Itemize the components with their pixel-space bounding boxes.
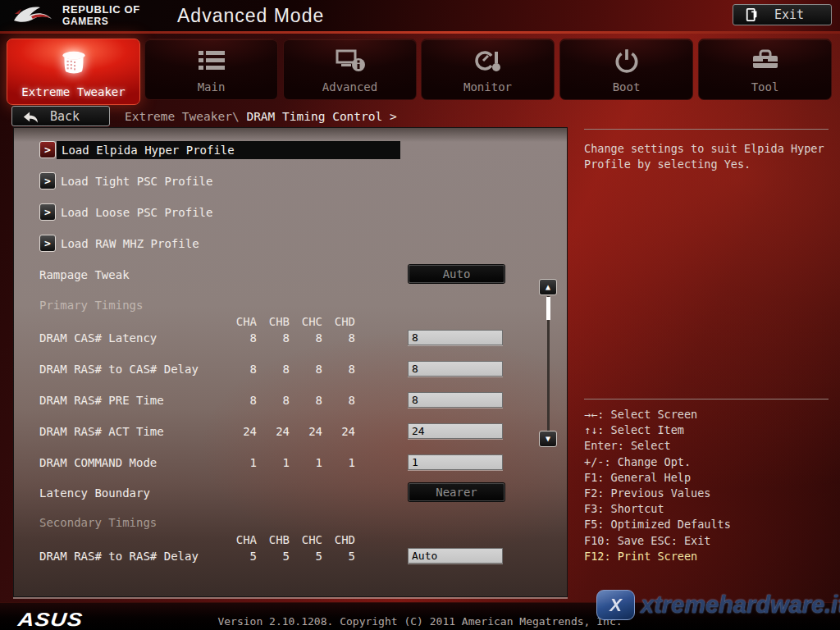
chb-value: 5 xyxy=(257,547,290,565)
main-list-icon xyxy=(145,48,277,77)
setting-label: DRAM RAS# to CAS# Delay xyxy=(39,360,199,378)
scroll-down-button[interactable]: ▼ xyxy=(539,431,557,447)
rog-logo-icon xyxy=(13,2,61,29)
scroll-up-button[interactable]: ▲ xyxy=(539,279,557,295)
list-item-load-tight-psc-profile[interactable]: >Load Tight PSC Profile xyxy=(39,172,217,190)
cha-value: 8 xyxy=(224,329,257,347)
col-header-chc: CHC xyxy=(290,533,322,546)
cha-value: 8 xyxy=(224,391,257,409)
item-label[interactable]: Load Tight PSC Profile xyxy=(56,172,217,190)
chc-value: 24 xyxy=(290,422,322,441)
monitor-gauge-icon xyxy=(422,48,554,77)
brand-line-1: REPUBLIC OF xyxy=(62,4,140,16)
key-legend-line: F10: Save ESC: Exit xyxy=(584,533,731,549)
chd-value: 8 xyxy=(322,391,355,409)
chb-value: 8 xyxy=(257,391,290,409)
exit-label: Exit xyxy=(774,7,804,22)
brand-text: REPUBLIC OF GAMERS xyxy=(62,4,140,27)
secondary-timings-section-title: Secondary Timings xyxy=(39,516,157,529)
chc-value: 8 xyxy=(290,391,322,409)
dram-ras-to-ras-delay-input[interactable] xyxy=(408,548,503,564)
latency-boundary-select[interactable]: Nearer xyxy=(409,483,504,501)
key-legend: →←: Select Screen ↑↓: Select Item Enter:… xyxy=(584,407,731,564)
extreme-tweaker-icon xyxy=(7,48,139,82)
settings-panel: >Load Elpida Hyper Profile >Load Tight P… xyxy=(13,127,568,597)
rampage-tweak-select[interactable]: Auto xyxy=(409,265,504,283)
cha-value: 5 xyxy=(224,547,257,565)
chd-value: 5 xyxy=(322,547,355,565)
dram-cas-latency-input[interactable] xyxy=(408,330,503,345)
dram-command-mode-input[interactable] xyxy=(408,454,503,470)
latency-boundary-label: Latency Boundary xyxy=(39,484,150,502)
setting-label: DRAM COMMAND Mode xyxy=(39,454,157,472)
col-header-chd: CHD xyxy=(322,315,355,328)
selected-item-label[interactable]: Load Elpida Hyper Profile xyxy=(57,141,400,159)
sidebar-divider-keys xyxy=(584,399,829,399)
col-header-chb: CHB xyxy=(257,315,290,328)
chc-value: 8 xyxy=(290,360,322,378)
item-label[interactable]: Load Loose PSC Profile xyxy=(56,203,217,221)
tab-advanced[interactable]: Advanced xyxy=(283,39,417,100)
chb-value: 1 xyxy=(257,454,290,472)
back-arrow-icon xyxy=(22,109,39,124)
scroll-up-icon: ▲ xyxy=(546,282,550,291)
tab-label: Tool xyxy=(699,80,831,94)
breadcrumb-current: DRAM Timing Control > xyxy=(246,110,396,123)
list-item-load-raw-mhz-profile[interactable]: >Load RAW MHZ Profile xyxy=(39,235,204,253)
col-header-chd: CHD xyxy=(322,533,355,546)
col-header-cha: CHA xyxy=(224,533,257,546)
dram-ras-act-time-input[interactable] xyxy=(408,423,503,439)
sidebar-divider-top xyxy=(584,129,829,130)
chd-value: 24 xyxy=(322,422,355,441)
col-header-chb: CHB xyxy=(257,533,290,546)
tab-extreme-tweaker[interactable]: Extreme Tweaker xyxy=(7,39,140,105)
chb-value: 8 xyxy=(257,360,290,378)
col-header-chc: CHC xyxy=(290,315,322,328)
chc-value: 8 xyxy=(290,329,322,347)
chb-value: 24 xyxy=(257,422,290,441)
list-item-load-loose-psc-profile[interactable]: >Load Loose PSC Profile xyxy=(39,203,217,221)
chd-value: 8 xyxy=(322,360,355,378)
tab-monitor[interactable]: Monitor xyxy=(421,39,555,100)
exit-button[interactable]: Exit xyxy=(733,4,832,25)
back-label: Back xyxy=(50,109,80,124)
tab-boot[interactable]: Boot xyxy=(559,39,693,100)
back-button[interactable]: Back xyxy=(11,106,110,126)
setting-label: DRAM CAS# Latency xyxy=(39,329,157,347)
header-accent-line xyxy=(0,31,840,34)
key-legend-line: F1: General Help xyxy=(584,470,731,486)
tab-label: Boot xyxy=(560,80,692,94)
item-label[interactable]: Load RAW MHZ Profile xyxy=(56,235,204,253)
tab-label: Main xyxy=(145,80,277,94)
bios-screen: REPUBLIC OF GAMERS Advanced Mode Exit xyxy=(0,0,840,630)
dram-ras-to-cas-delay-input[interactable] xyxy=(408,361,503,377)
col-header-cha: CHA xyxy=(224,315,257,328)
submenu-arrow-icon[interactable]: > xyxy=(39,141,56,158)
tab-label: Extreme Tweaker xyxy=(7,85,139,98)
header-bar: REPUBLIC OF GAMERS Advanced Mode Exit xyxy=(0,0,840,31)
exit-icon xyxy=(745,7,760,23)
tab-label: Monitor xyxy=(422,80,554,94)
tab-tool[interactable]: Tool xyxy=(698,39,832,100)
submenu-arrow-icon[interactable]: > xyxy=(39,235,56,252)
breadcrumb-parent[interactable]: Extreme Tweaker\ xyxy=(125,110,246,123)
setting-label: DRAM RAS# ACT Time xyxy=(39,422,164,441)
list-item-load-elpida-hyper-profile[interactable]: >Load Elpida Hyper Profile xyxy=(39,141,400,159)
setting-label: DRAM RAS# PRE Time xyxy=(39,391,164,409)
tab-main[interactable]: Main xyxy=(144,39,278,100)
submenu-arrow-icon[interactable]: > xyxy=(39,172,56,189)
help-text: Change settings to suit Elpida Hyper Pro… xyxy=(584,141,832,172)
tool-toolbox-icon xyxy=(699,48,831,77)
submenu-arrow-icon[interactable]: > xyxy=(39,203,56,221)
dram-ras-pre-time-input[interactable] xyxy=(408,392,503,408)
setting-label: DRAM RAS# to RAS# Delay xyxy=(39,547,199,565)
tab-label: Advanced xyxy=(284,80,416,94)
brand-line-2: GAMERS xyxy=(62,16,140,27)
chc-value: 1 xyxy=(290,454,322,472)
cha-value: 8 xyxy=(224,360,257,378)
key-legend-line: +/-: Change Opt. xyxy=(584,454,731,470)
key-legend-line: F5: Optimized Defaults xyxy=(584,517,731,532)
watermark-badge-icon: X xyxy=(596,590,635,620)
scrollbar-thumb[interactable] xyxy=(546,297,550,320)
key-legend-line: ↑↓: Select Item xyxy=(584,422,731,438)
